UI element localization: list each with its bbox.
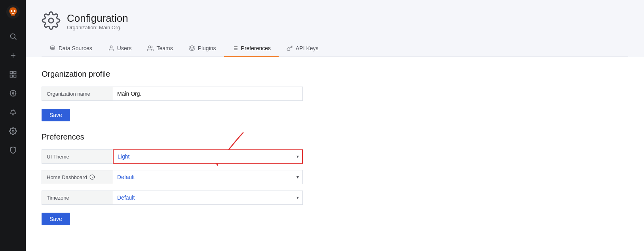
ui-theme-row: UI Theme Default Dark Light ▾ (42, 149, 628, 164)
timezone-label: Timezone (42, 191, 113, 205)
org-save-button[interactable]: Save (42, 109, 70, 121)
svg-point-18 (51, 46, 55, 47)
tab-users[interactable]: Users (100, 41, 140, 57)
org-profile-title: Organization profile (42, 70, 628, 79)
timezone-select[interactable]: Default (113, 191, 303, 205)
sidebar-item-explore[interactable] (4, 85, 22, 102)
org-name-label: Organization name (42, 87, 113, 101)
page-title: Configuration (67, 12, 128, 25)
ui-theme-label: UI Theme (42, 149, 113, 164)
tab-preferences[interactable]: Preferences (224, 41, 279, 57)
home-dashboard-info-icon (89, 174, 95, 180)
sidebar-item-configuration[interactable] (4, 123, 22, 140)
tab-data-sources[interactable]: Data Sources (42, 41, 100, 57)
sidebar-item-shield[interactable] (4, 142, 22, 159)
preferences-save-row: Save (42, 211, 628, 236)
preferences-section: Preferences UI Theme Default Dark Light … (42, 132, 628, 236)
main-content: Configuration Organization: Main Org. Da… (26, 0, 644, 251)
preferences-title: Preferences (42, 132, 628, 142)
svg-point-2 (13, 10, 15, 12)
svg-point-17 (49, 18, 53, 23)
tab-teams[interactable]: Teams (139, 41, 180, 57)
svg-line-4 (14, 38, 16, 40)
ui-theme-select[interactable]: Default Dark Light (113, 149, 303, 164)
svg-point-16 (12, 130, 14, 132)
svg-rect-10 (13, 75, 16, 77)
home-dashboard-row: Home Dashboard Default ▾ (42, 170, 628, 184)
page-subtitle: Organization: Main Org. (67, 25, 128, 30)
config-title-group: Configuration Organization: Main Org. (67, 12, 128, 30)
home-dashboard-label: Home Dashboard (42, 170, 113, 184)
timezone-select-wrapper: Default ▾ (113, 191, 303, 205)
tab-api-keys[interactable]: API Keys (279, 41, 327, 57)
sidebar-item-alerting[interactable] (4, 104, 22, 121)
org-name-row: Organization name (42, 87, 628, 101)
preferences-save-button[interactable]: Save (42, 213, 70, 225)
svg-point-3 (10, 34, 15, 38)
svg-rect-7 (10, 72, 12, 74)
tab-plugins[interactable]: Plugins (181, 41, 224, 57)
svg-point-1 (10, 10, 12, 12)
home-dashboard-select[interactable]: Default (113, 170, 303, 184)
sidebar-item-search[interactable] (4, 28, 22, 45)
org-name-input[interactable] (113, 87, 303, 101)
configuration-icon (42, 11, 61, 32)
content-area: Organization profile Organization name S… (26, 57, 644, 251)
tabs-bar: Data Sources Users Teams Plugins Prefere… (42, 41, 628, 57)
timezone-row: Timezone Default ▾ (42, 191, 628, 205)
svg-point-20 (149, 46, 151, 48)
config-header: Configuration Organization: Main Org. (42, 11, 628, 32)
home-dashboard-select-wrapper: Default ▾ (113, 170, 303, 184)
sidebar (0, 0, 26, 251)
grafana-logo[interactable] (5, 4, 21, 20)
svg-rect-8 (13, 72, 16, 74)
sidebar-item-dashboards[interactable] (4, 66, 22, 83)
sidebar-item-add[interactable] (4, 47, 22, 64)
header-area: Configuration Organization: Main Org. Da… (26, 0, 644, 57)
ui-theme-select-wrapper: Default Dark Light ▾ (113, 149, 303, 164)
svg-rect-9 (10, 75, 12, 77)
svg-point-19 (110, 46, 112, 48)
